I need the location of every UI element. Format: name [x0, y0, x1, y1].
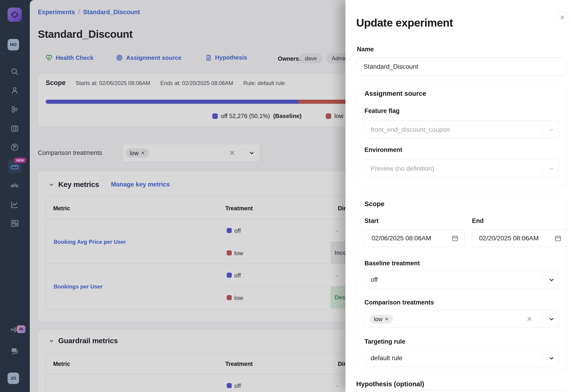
chevron-down-icon[interactable] — [548, 355, 555, 362]
clear-selection-icon[interactable]: ✕ — [527, 315, 532, 323]
chevron-down-icon[interactable] — [548, 126, 555, 133]
name-label: Name — [357, 46, 374, 53]
baseline-treatment-select[interactable]: off — [364, 271, 559, 288]
assignment-source-card: Assignment source Feature flag front_end… — [357, 84, 566, 186]
close-icon[interactable]: ✕ — [556, 11, 569, 24]
tag-label: low — [374, 316, 383, 322]
tag-remove-icon[interactable]: ✕ — [385, 316, 389, 322]
chevron-down-icon[interactable] — [548, 315, 555, 322]
hypothesis-optional-label: Hypothesis (optional) — [356, 380, 424, 388]
feature-flag-label: Feature flag — [364, 107, 400, 114]
assignment-source-title: Assignment source — [364, 90, 426, 97]
end-label: End — [472, 217, 484, 224]
start-label: Start — [364, 217, 379, 224]
modal-dim-overlay — [0, 0, 345, 392]
treatment-tag-low[interactable]: low ✕ — [370, 315, 393, 324]
scope-title: Scope — [364, 200, 385, 208]
start-date-value: 02/06/2025 08:06AM — [371, 235, 431, 242]
app-window: HO NEW — [0, 0, 571, 392]
baseline-treatment-label: Baseline treatment — [364, 260, 420, 267]
panel-title: Update experiment — [356, 16, 453, 29]
targeting-rule-select[interactable]: default rule — [364, 349, 559, 367]
end-date-input[interactable]: 02/20/2025 08:06AM — [472, 229, 567, 247]
targeting-rule-value: default rule — [371, 354, 402, 362]
calendar-icon[interactable] — [554, 234, 562, 242]
environment-value: Preview (no definition) — [371, 165, 434, 172]
comparison-treatments-label: Comparison treatments — [364, 299, 434, 306]
comparison-treatments-select[interactable]: low ✕ ✕ — [364, 310, 559, 328]
name-input[interactable]: Standard_Discount — [357, 57, 566, 76]
start-date-input[interactable]: 02/06/2025 08:06AM — [364, 229, 465, 247]
feature-flag-value: front_end_discount_coupon — [371, 126, 450, 133]
end-date-value: 02/20/2025 08:06AM — [479, 235, 539, 242]
environment-select[interactable]: Preview (no definition) — [364, 160, 559, 177]
name-value: Standard_Discount — [364, 63, 418, 70]
scope-card: Scope Start End 02/06/2025 08:06AM 02/20… — [357, 194, 566, 370]
targeting-rule-label: Targeting rule — [364, 338, 405, 345]
chevron-down-icon[interactable] — [548, 165, 555, 172]
baseline-treatment-value: off — [371, 276, 378, 283]
environment-label: Environment — [364, 146, 402, 154]
update-experiment-panel: ✕ Update experiment Name Standard_Discou… — [345, 0, 571, 392]
calendar-icon[interactable] — [451, 234, 459, 242]
feature-flag-select[interactable]: front_end_discount_coupon — [364, 121, 559, 138]
chevron-down-icon[interactable] — [548, 276, 555, 283]
hypothesis-textarea[interactable] — [357, 390, 566, 392]
